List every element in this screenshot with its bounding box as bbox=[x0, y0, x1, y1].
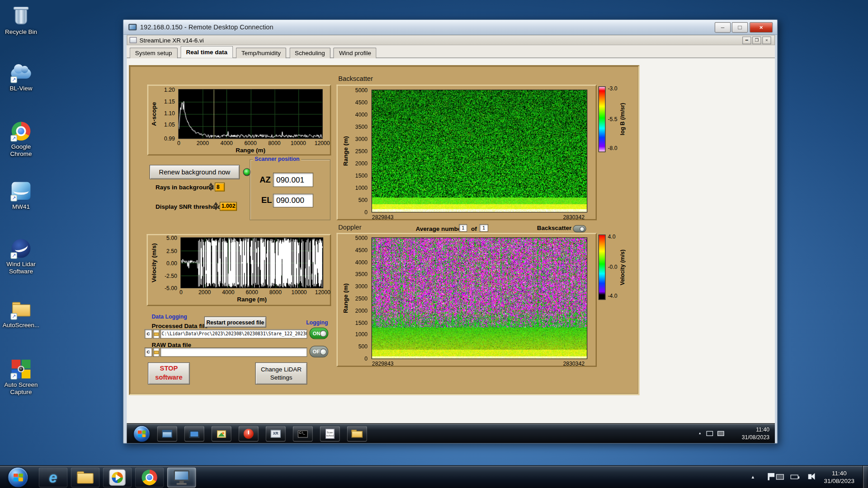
increment-icon[interactable] bbox=[209, 183, 213, 186]
auto-screen-capture-icon: ↗ bbox=[10, 358, 32, 380]
remote-taskbar-display-icon[interactable] bbox=[184, 426, 204, 441]
app-close-button[interactable]: × bbox=[762, 37, 771, 44]
axis-tick-label: 6000 bbox=[244, 140, 256, 146]
minimize-button[interactable]: – bbox=[715, 22, 731, 33]
axis-tick-label: 3500 bbox=[355, 271, 368, 277]
axis-tick-label: 6000 bbox=[246, 289, 258, 295]
backscatter-toggle[interactable] bbox=[573, 225, 586, 232]
remote-taskbar-xr-app-icon[interactable]: XR bbox=[266, 426, 286, 441]
rays-value-field[interactable]: 8 bbox=[215, 183, 225, 192]
axis-tick-label: 8000 bbox=[268, 140, 280, 146]
remote-taskbar: XR C:\_ Scansched ▴ 11:40 31/08/2023 bbox=[127, 423, 775, 443]
colorbar-label: Velocity (m/s) bbox=[619, 235, 625, 300]
shortcut-arrow-icon: ↗ bbox=[10, 76, 17, 83]
tab-system-setup[interactable]: System setup bbox=[130, 47, 178, 58]
processed-drive-selector[interactable]: C bbox=[145, 329, 152, 339]
axis-tick-label: -0.0 bbox=[608, 264, 617, 270]
processed-logging-toggle[interactable]: ON bbox=[309, 328, 328, 339]
mini-folder-icon bbox=[154, 351, 159, 354]
show-desktop-button[interactable] bbox=[863, 466, 868, 488]
clock-date: 31/08/2023 bbox=[742, 433, 769, 441]
clock[interactable]: 11:40 31/08/2023 bbox=[818, 469, 860, 485]
tab-temp-humidity[interactable]: Temp/humidity bbox=[236, 47, 286, 58]
raw-logging-toggle[interactable]: OFF bbox=[309, 346, 328, 357]
taskbar-chrome-icon[interactable] bbox=[135, 468, 164, 488]
desktop-icon-mw41[interactable]: ↗ MW41 bbox=[0, 180, 42, 210]
lidar-panel: A-scope Range (m) 1.201.151.101.050.9902… bbox=[129, 65, 639, 395]
icon-part bbox=[13, 187, 28, 195]
desktop-icon-bl-view[interactable]: ↗ BL-View bbox=[0, 62, 42, 92]
change-lidar-settings-button[interactable]: Change LiDAR Settings bbox=[255, 362, 307, 385]
tray-flag-icon[interactable] bbox=[768, 473, 769, 480]
remote-taskbar-app-icon[interactable] bbox=[157, 426, 177, 441]
photo-icon bbox=[217, 430, 226, 437]
taskbar-ie-icon[interactable]: e bbox=[39, 468, 68, 488]
average-total-field[interactable]: 1 bbox=[479, 224, 488, 232]
snr-stepper[interactable] bbox=[214, 202, 219, 210]
tab-real-time-data[interactable]: Real time data bbox=[180, 46, 233, 58]
doppler-plot bbox=[372, 238, 587, 359]
ascope-y-axis-label: A-scope bbox=[150, 89, 159, 138]
windows-flag-icon bbox=[13, 474, 23, 481]
desktop-icon-google-chrome[interactable]: ↗ Google Chrome bbox=[0, 121, 42, 157]
restart-processed-file-button[interactable]: Restart processed file bbox=[204, 316, 266, 327]
app-minimize-button[interactable]: ━ bbox=[742, 37, 751, 44]
toggle-knob bbox=[320, 330, 327, 337]
remote-taskbar-photos-icon[interactable] bbox=[212, 426, 231, 441]
tab-scheduling[interactable]: Scheduling bbox=[289, 47, 330, 58]
renew-background-button[interactable]: Renew background now bbox=[150, 165, 240, 179]
processed-browse-button[interactable] bbox=[153, 329, 160, 339]
remote-clock[interactable]: 11:40 31/08/2023 bbox=[742, 426, 769, 441]
command-prompt-icon: C:\_ bbox=[298, 430, 308, 437]
axis-tick-label: 1000 bbox=[355, 185, 368, 191]
velocity-y-axis-label: Velocity (m/s) bbox=[149, 238, 158, 288]
raw-path-field[interactable] bbox=[160, 347, 307, 357]
remote-tray-expand-icon[interactable]: ▴ bbox=[699, 431, 701, 436]
taskbar-rdp-icon[interactable] bbox=[167, 468, 196, 488]
axis-tick-label: 4.0 bbox=[608, 234, 615, 239]
start-button[interactable] bbox=[8, 467, 28, 487]
remote-taskbar-console-icon[interactable]: C:\_ bbox=[293, 426, 313, 441]
icon-part bbox=[222, 432, 224, 434]
remote-start-button[interactable] bbox=[133, 426, 150, 442]
bl-view-icon: ↗ bbox=[10, 62, 32, 83]
average-number-field[interactable]: 1 bbox=[459, 224, 467, 232]
app-restore-button[interactable]: ❐ bbox=[752, 37, 761, 44]
snr-value-field[interactable]: 1.002 bbox=[220, 202, 237, 211]
close-button[interactable]: × bbox=[750, 22, 773, 33]
taskbar-media-player-icon[interactable] bbox=[103, 468, 132, 488]
desktop-icon-auto-screen-capture[interactable]: ↗ Auto Screen Capture bbox=[0, 358, 42, 395]
el-value-field[interactable]: 090.000 bbox=[273, 194, 313, 208]
desktop-icon-autoscreen[interactable]: ↗ AutoScreen... bbox=[0, 299, 42, 328]
raw-drive-selector[interactable]: C bbox=[145, 347, 152, 357]
shortcut-arrow-icon: ↗ bbox=[10, 135, 17, 142]
desktop-icon-label: BL-View bbox=[0, 84, 42, 91]
icon-part bbox=[177, 483, 187, 484]
desktop-icon-recycle-bin[interactable]: Recycle Bin bbox=[0, 5, 42, 35]
increment-icon[interactable] bbox=[214, 202, 218, 205]
tray-network-icon[interactable] bbox=[776, 474, 784, 479]
taskbar-explorer-icon[interactable] bbox=[71, 468, 100, 488]
rdp-icon bbox=[173, 470, 190, 485]
remote-tray-volume-icon[interactable] bbox=[706, 431, 713, 436]
remote-taskbar-scan-sched-icon[interactable]: Scansched bbox=[320, 426, 340, 441]
remote-tray-network-icon[interactable] bbox=[717, 431, 724, 436]
rdp-titlebar[interactable]: 192.168.0.150 - Remote Desktop Connectio… bbox=[123, 20, 777, 35]
remote-taskbar-shutdown-icon[interactable] bbox=[239, 426, 259, 441]
tab-wind-profile[interactable]: Wind profile bbox=[334, 47, 377, 58]
tray-volume-icon[interactable] bbox=[808, 474, 811, 479]
rays-stepper[interactable] bbox=[209, 183, 214, 191]
decrement-icon[interactable] bbox=[209, 188, 213, 191]
raw-browse-button[interactable] bbox=[153, 347, 160, 357]
desktop-icon-label: Wind Lidar Software bbox=[0, 261, 42, 275]
maximize-button[interactable]: □ bbox=[732, 22, 748, 33]
tray-battery-icon[interactable] bbox=[791, 475, 798, 479]
remote-taskbar-folder-icon[interactable] bbox=[347, 426, 367, 441]
stop-software-button[interactable]: STOP software bbox=[148, 362, 190, 385]
az-value-field[interactable]: 090.001 bbox=[273, 173, 313, 187]
desktop-icon-wind-lidar[interactable]: ↗ Wind Lidar Software bbox=[0, 238, 42, 275]
app-titlebar[interactable]: StreamLine XR v14-6.vi ━ ❐ × bbox=[127, 35, 775, 45]
processed-path-field[interactable]: C:\Lidar\Data\Proc\2023\202308\20230831\… bbox=[160, 329, 307, 339]
tray-expand-icon[interactable]: ▲ bbox=[751, 475, 755, 480]
decrement-icon[interactable] bbox=[214, 207, 218, 210]
